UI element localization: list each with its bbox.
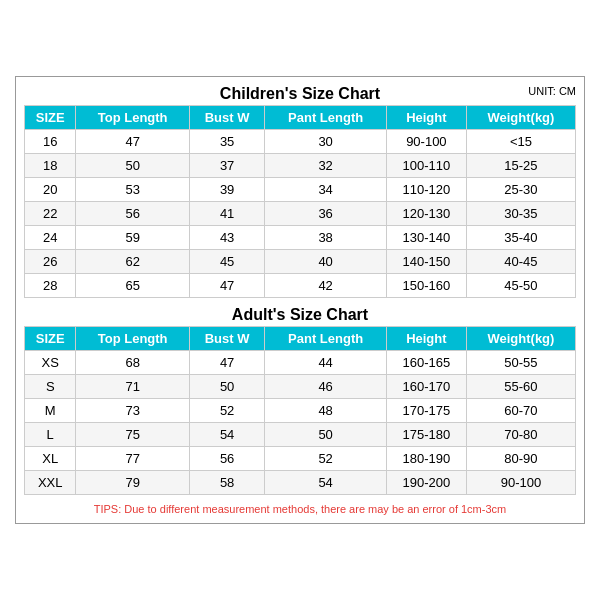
table-cell: 24 bbox=[25, 226, 76, 250]
table-cell: 20 bbox=[25, 178, 76, 202]
table-cell: 54 bbox=[265, 471, 387, 495]
table-cell: 160-170 bbox=[386, 375, 466, 399]
table-cell: 35 bbox=[189, 130, 265, 154]
table-cell: 46 bbox=[265, 375, 387, 399]
table-row: XL775652180-19080-90 bbox=[25, 447, 576, 471]
table-cell: 39 bbox=[189, 178, 265, 202]
adults-col-weight: Weight(kg) bbox=[466, 327, 575, 351]
table-cell: 38 bbox=[265, 226, 387, 250]
table-cell: 47 bbox=[189, 274, 265, 298]
children-col-height: Height bbox=[386, 106, 466, 130]
table-cell: 50 bbox=[189, 375, 265, 399]
table-cell: 170-175 bbox=[386, 399, 466, 423]
table-cell: 62 bbox=[76, 250, 189, 274]
table-row: XS684744160-16550-55 bbox=[25, 351, 576, 375]
children-header-row: SIZE Top Length Bust W Pant Length Heigh… bbox=[25, 106, 576, 130]
table-row: XXL795854190-20090-100 bbox=[25, 471, 576, 495]
table-cell: XS bbox=[25, 351, 76, 375]
table-cell: 100-110 bbox=[386, 154, 466, 178]
table-cell: 59 bbox=[76, 226, 189, 250]
table-cell: 80-90 bbox=[466, 447, 575, 471]
table-cell: 190-200 bbox=[386, 471, 466, 495]
table-cell: 50 bbox=[265, 423, 387, 447]
children-col-bust-w: Bust W bbox=[189, 106, 265, 130]
table-cell: 28 bbox=[25, 274, 76, 298]
table-cell: 37 bbox=[189, 154, 265, 178]
table-cell: 65 bbox=[76, 274, 189, 298]
adults-title-text: Adult's Size Chart bbox=[232, 306, 368, 323]
table-row: 1647353090-100<15 bbox=[25, 130, 576, 154]
table-cell: 43 bbox=[189, 226, 265, 250]
table-cell: L bbox=[25, 423, 76, 447]
table-cell: M bbox=[25, 399, 76, 423]
table-cell: 44 bbox=[265, 351, 387, 375]
table-cell: 50-55 bbox=[466, 351, 575, 375]
table-cell: 45 bbox=[189, 250, 265, 274]
adults-col-top-length: Top Length bbox=[76, 327, 189, 351]
adults-table-body: XS684744160-16550-55S715046160-17055-60M… bbox=[25, 351, 576, 495]
table-row: 20533934110-12025-30 bbox=[25, 178, 576, 202]
table-cell: 48 bbox=[265, 399, 387, 423]
table-cell: 55-60 bbox=[466, 375, 575, 399]
table-row: S715046160-17055-60 bbox=[25, 375, 576, 399]
table-cell: <15 bbox=[466, 130, 575, 154]
adults-col-pant-length: Pant Length bbox=[265, 327, 387, 351]
table-cell: 90-100 bbox=[386, 130, 466, 154]
table-cell: 36 bbox=[265, 202, 387, 226]
adults-header-row: SIZE Top Length Bust W Pant Length Heigh… bbox=[25, 327, 576, 351]
table-cell: 71 bbox=[76, 375, 189, 399]
children-col-pant-length: Pant Length bbox=[265, 106, 387, 130]
table-cell: 47 bbox=[76, 130, 189, 154]
table-row: 28654742150-16045-50 bbox=[25, 274, 576, 298]
table-cell: 16 bbox=[25, 130, 76, 154]
adults-col-height: Height bbox=[386, 327, 466, 351]
adults-col-bust-w: Bust W bbox=[189, 327, 265, 351]
table-cell: 58 bbox=[189, 471, 265, 495]
table-cell: 180-190 bbox=[386, 447, 466, 471]
table-cell: 160-165 bbox=[386, 351, 466, 375]
tips-text: TIPS: Due to different measurement metho… bbox=[24, 503, 576, 515]
table-cell: 56 bbox=[76, 202, 189, 226]
table-cell: 130-140 bbox=[386, 226, 466, 250]
table-cell: 140-150 bbox=[386, 250, 466, 274]
adults-size-table: SIZE Top Length Bust W Pant Length Heigh… bbox=[24, 326, 576, 495]
table-cell: XL bbox=[25, 447, 76, 471]
adults-col-size: SIZE bbox=[25, 327, 76, 351]
children-section-title: Children's Size Chart UNIT: CM bbox=[24, 85, 576, 103]
table-cell: 110-120 bbox=[386, 178, 466, 202]
children-title-text: Children's Size Chart bbox=[220, 85, 380, 102]
table-cell: 35-40 bbox=[466, 226, 575, 250]
table-row: 22564136120-13030-35 bbox=[25, 202, 576, 226]
adults-section-title: Adult's Size Chart bbox=[24, 306, 576, 324]
table-cell: 56 bbox=[189, 447, 265, 471]
table-cell: 45-50 bbox=[466, 274, 575, 298]
table-cell: 53 bbox=[76, 178, 189, 202]
table-cell: 34 bbox=[265, 178, 387, 202]
children-col-size: SIZE bbox=[25, 106, 76, 130]
children-table-body: 1647353090-100<1518503732100-11015-25205… bbox=[25, 130, 576, 298]
table-row: 18503732100-11015-25 bbox=[25, 154, 576, 178]
table-cell: 42 bbox=[265, 274, 387, 298]
table-cell: 18 bbox=[25, 154, 76, 178]
unit-label: UNIT: CM bbox=[528, 85, 576, 97]
table-cell: 22 bbox=[25, 202, 76, 226]
table-cell: 52 bbox=[265, 447, 387, 471]
children-col-top-length: Top Length bbox=[76, 106, 189, 130]
table-cell: 77 bbox=[76, 447, 189, 471]
table-cell: 54 bbox=[189, 423, 265, 447]
table-cell: 40-45 bbox=[466, 250, 575, 274]
table-cell: 70-80 bbox=[466, 423, 575, 447]
table-row: L755450175-18070-80 bbox=[25, 423, 576, 447]
table-cell: 150-160 bbox=[386, 274, 466, 298]
table-cell: 25-30 bbox=[466, 178, 575, 202]
table-cell: 26 bbox=[25, 250, 76, 274]
table-cell: 30-35 bbox=[466, 202, 575, 226]
table-cell: 79 bbox=[76, 471, 189, 495]
table-cell: 52 bbox=[189, 399, 265, 423]
table-cell: 32 bbox=[265, 154, 387, 178]
table-cell: 75 bbox=[76, 423, 189, 447]
table-row: 24594338130-14035-40 bbox=[25, 226, 576, 250]
table-cell: 73 bbox=[76, 399, 189, 423]
table-cell: 175-180 bbox=[386, 423, 466, 447]
table-row: M735248170-17560-70 bbox=[25, 399, 576, 423]
